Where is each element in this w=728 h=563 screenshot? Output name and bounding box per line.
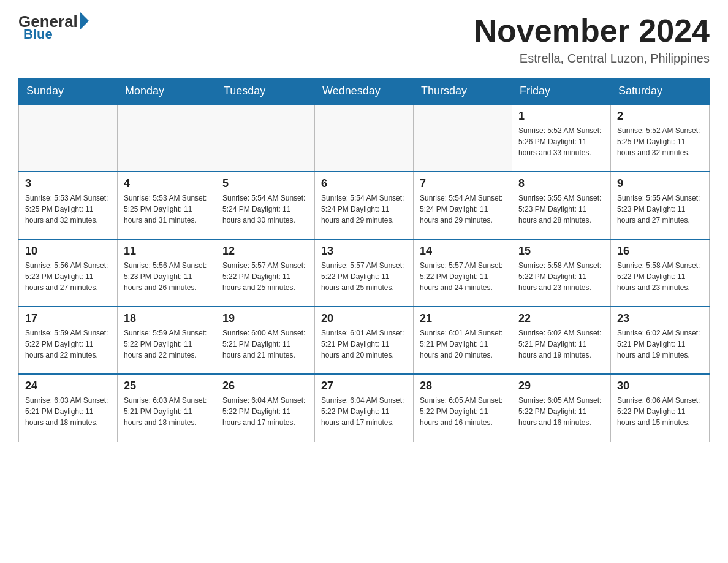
day-info: Sunrise: 5:53 AM Sunset: 5:25 PM Dayligh… xyxy=(25,193,111,226)
day-number: 25 xyxy=(124,380,210,393)
header: General Blue November 2024 Estrella, Cen… xyxy=(18,12,710,66)
day-info: Sunrise: 5:54 AM Sunset: 5:24 PM Dayligh… xyxy=(222,193,308,226)
day-info: Sunrise: 6:03 AM Sunset: 5:21 PM Dayligh… xyxy=(25,395,111,428)
day-info: Sunrise: 5:53 AM Sunset: 5:25 PM Dayligh… xyxy=(124,193,210,226)
calendar-cell: 5Sunrise: 5:54 AM Sunset: 5:24 PM Daylig… xyxy=(216,172,315,239)
day-number: 23 xyxy=(617,312,703,325)
day-info: Sunrise: 6:04 AM Sunset: 5:22 PM Dayligh… xyxy=(321,395,407,428)
day-number: 10 xyxy=(25,245,111,258)
day-number: 14 xyxy=(420,245,506,258)
day-number: 21 xyxy=(420,312,506,325)
day-info: Sunrise: 6:05 AM Sunset: 5:22 PM Dayligh… xyxy=(420,395,506,428)
day-info: Sunrise: 6:02 AM Sunset: 5:21 PM Dayligh… xyxy=(518,327,604,361)
day-info: Sunrise: 6:02 AM Sunset: 5:21 PM Dayligh… xyxy=(617,327,703,361)
location: Estrella, Central Luzon, Philippines xyxy=(474,52,710,66)
day-of-week-header: Thursday xyxy=(414,79,512,105)
day-of-week-header: Saturday xyxy=(611,79,710,105)
day-number: 2 xyxy=(617,110,703,123)
title-section: November 2024 Estrella, Central Luzon, P… xyxy=(474,12,710,66)
day-info: Sunrise: 5:58 AM Sunset: 5:22 PM Dayligh… xyxy=(617,260,703,293)
day-number: 7 xyxy=(420,177,506,190)
calendar-cell: 13Sunrise: 5:57 AM Sunset: 5:22 PM Dayli… xyxy=(315,239,414,307)
day-number: 27 xyxy=(321,380,407,393)
day-number: 1 xyxy=(518,110,604,123)
calendar-cell: 16Sunrise: 5:58 AM Sunset: 5:22 PM Dayli… xyxy=(611,239,710,307)
day-of-week-header: Tuesday xyxy=(216,79,315,105)
day-number: 19 xyxy=(222,312,308,325)
day-number: 5 xyxy=(222,177,308,190)
day-number: 13 xyxy=(321,245,407,258)
calendar-cell: 27Sunrise: 6:04 AM Sunset: 5:22 PM Dayli… xyxy=(315,374,414,442)
calendar-cell: 29Sunrise: 6:05 AM Sunset: 5:22 PM Dayli… xyxy=(512,374,611,442)
calendar-cell: 17Sunrise: 5:59 AM Sunset: 5:22 PM Dayli… xyxy=(19,307,118,374)
day-info: Sunrise: 5:57 AM Sunset: 5:22 PM Dayligh… xyxy=(420,260,506,293)
week-row: 3Sunrise: 5:53 AM Sunset: 5:25 PM Daylig… xyxy=(19,172,710,239)
calendar-cell: 28Sunrise: 6:05 AM Sunset: 5:22 PM Dayli… xyxy=(414,374,512,442)
calendar-cell: 8Sunrise: 5:55 AM Sunset: 5:23 PM Daylig… xyxy=(512,172,611,239)
day-of-week-header: Friday xyxy=(512,79,611,105)
day-info: Sunrise: 6:06 AM Sunset: 5:22 PM Dayligh… xyxy=(617,395,703,428)
day-info: Sunrise: 5:59 AM Sunset: 5:22 PM Dayligh… xyxy=(25,327,111,361)
day-info: Sunrise: 5:56 AM Sunset: 5:23 PM Dayligh… xyxy=(124,260,210,293)
calendar-cell: 21Sunrise: 6:01 AM Sunset: 5:21 PM Dayli… xyxy=(414,307,512,374)
day-number: 11 xyxy=(124,245,210,258)
day-number: 22 xyxy=(518,312,604,325)
calendar-cell: 1Sunrise: 5:52 AM Sunset: 5:26 PM Daylig… xyxy=(512,104,611,172)
calendar-cell xyxy=(19,104,118,172)
calendar-cell: 23Sunrise: 6:02 AM Sunset: 5:21 PM Dayli… xyxy=(611,307,710,374)
day-number: 18 xyxy=(124,312,210,325)
day-info: Sunrise: 6:01 AM Sunset: 5:21 PM Dayligh… xyxy=(420,327,506,361)
calendar-cell: 18Sunrise: 5:59 AM Sunset: 5:22 PM Dayli… xyxy=(118,307,216,374)
day-of-week-header: Monday xyxy=(118,79,216,105)
calendar-cell: 25Sunrise: 6:03 AM Sunset: 5:21 PM Dayli… xyxy=(118,374,216,442)
calendar-header-row: SundayMondayTuesdayWednesdayThursdayFrid… xyxy=(19,79,710,105)
day-of-week-header: Sunday xyxy=(19,79,118,105)
day-info: Sunrise: 5:52 AM Sunset: 5:26 PM Dayligh… xyxy=(518,125,604,158)
week-row: 10Sunrise: 5:56 AM Sunset: 5:23 PM Dayli… xyxy=(19,239,710,307)
day-info: Sunrise: 5:54 AM Sunset: 5:24 PM Dayligh… xyxy=(420,193,506,226)
day-info: Sunrise: 5:59 AM Sunset: 5:22 PM Dayligh… xyxy=(124,327,210,361)
calendar-cell: 6Sunrise: 5:54 AM Sunset: 5:24 PM Daylig… xyxy=(315,172,414,239)
calendar-cell: 2Sunrise: 5:52 AM Sunset: 5:25 PM Daylig… xyxy=(611,104,710,172)
day-info: Sunrise: 5:56 AM Sunset: 5:23 PM Dayligh… xyxy=(25,260,111,293)
day-number: 30 xyxy=(617,380,703,393)
calendar-cell xyxy=(315,104,414,172)
day-info: Sunrise: 6:03 AM Sunset: 5:21 PM Dayligh… xyxy=(124,395,210,428)
day-number: 20 xyxy=(321,312,407,325)
calendar-cell: 11Sunrise: 5:56 AM Sunset: 5:23 PM Dayli… xyxy=(118,239,216,307)
calendar-cell xyxy=(118,104,216,172)
day-info: Sunrise: 5:57 AM Sunset: 5:22 PM Dayligh… xyxy=(321,260,407,293)
day-info: Sunrise: 5:57 AM Sunset: 5:22 PM Dayligh… xyxy=(222,260,308,293)
day-info: Sunrise: 6:00 AM Sunset: 5:21 PM Dayligh… xyxy=(222,327,308,361)
calendar-cell: 9Sunrise: 5:55 AM Sunset: 5:23 PM Daylig… xyxy=(611,172,710,239)
calendar-cell: 20Sunrise: 6:01 AM Sunset: 5:21 PM Dayli… xyxy=(315,307,414,374)
month-title: November 2024 xyxy=(474,12,710,49)
day-number: 3 xyxy=(25,177,111,190)
calendar-cell: 30Sunrise: 6:06 AM Sunset: 5:22 PM Dayli… xyxy=(611,374,710,442)
logo: General Blue xyxy=(18,12,89,42)
calendar-cell: 7Sunrise: 5:54 AM Sunset: 5:24 PM Daylig… xyxy=(414,172,512,239)
day-info: Sunrise: 5:54 AM Sunset: 5:24 PM Dayligh… xyxy=(321,193,407,226)
calendar-cell xyxy=(216,104,315,172)
calendar: SundayMondayTuesdayWednesdayThursdayFrid… xyxy=(18,78,710,442)
day-number: 15 xyxy=(518,245,604,258)
day-number: 12 xyxy=(222,245,308,258)
day-info: Sunrise: 6:01 AM Sunset: 5:21 PM Dayligh… xyxy=(321,327,407,361)
calendar-cell: 26Sunrise: 6:04 AM Sunset: 5:22 PM Dayli… xyxy=(216,374,315,442)
day-number: 8 xyxy=(518,177,604,190)
calendar-cell: 15Sunrise: 5:58 AM Sunset: 5:22 PM Dayli… xyxy=(512,239,611,307)
day-info: Sunrise: 5:55 AM Sunset: 5:23 PM Dayligh… xyxy=(617,193,703,226)
day-number: 9 xyxy=(617,177,703,190)
calendar-cell: 19Sunrise: 6:00 AM Sunset: 5:21 PM Dayli… xyxy=(216,307,315,374)
day-of-week-header: Wednesday xyxy=(315,79,414,105)
day-number: 4 xyxy=(124,177,210,190)
logo-triangle-icon xyxy=(80,12,89,29)
day-info: Sunrise: 5:55 AM Sunset: 5:23 PM Dayligh… xyxy=(518,193,604,226)
week-row: 1Sunrise: 5:52 AM Sunset: 5:26 PM Daylig… xyxy=(19,104,710,172)
calendar-cell: 22Sunrise: 6:02 AM Sunset: 5:21 PM Dayli… xyxy=(512,307,611,374)
logo-blue-text: Blue xyxy=(23,26,53,42)
day-number: 16 xyxy=(617,245,703,258)
day-info: Sunrise: 6:05 AM Sunset: 5:22 PM Dayligh… xyxy=(518,395,604,428)
calendar-cell: 4Sunrise: 5:53 AM Sunset: 5:25 PM Daylig… xyxy=(118,172,216,239)
day-info: Sunrise: 5:52 AM Sunset: 5:25 PM Dayligh… xyxy=(617,125,703,158)
